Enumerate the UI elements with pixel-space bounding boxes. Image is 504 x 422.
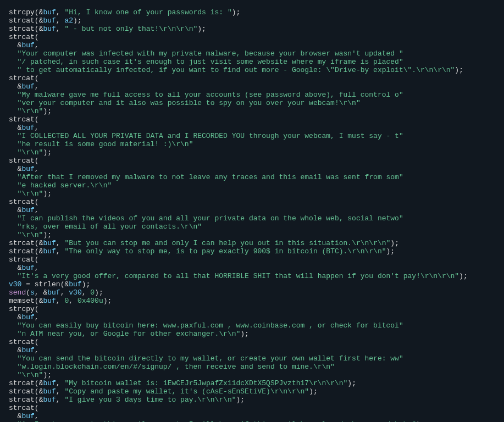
token-pad [9, 412, 18, 420]
code-line: "\r\n"); [0, 371, 504, 379]
code-line: "\r\n"); [0, 107, 504, 115]
token-op: , [56, 297, 65, 305]
token-op: ( [35, 404, 39, 412]
code-line: "ver your computer and it also was possi… [0, 99, 504, 107]
token-op: ( [35, 74, 39, 82]
token-var: v30 [9, 280, 21, 288]
token-str: " - but not only that!\r\n\r\n" [64, 25, 197, 33]
token-pad [9, 49, 18, 58]
token-pad [9, 231, 18, 239]
code-line: "Your computer was infected with my priv… [0, 49, 504, 58]
token-pad [9, 206, 18, 214]
token-op: , [35, 41, 39, 49]
code-line: &buf, [0, 412, 504, 420]
token-str: "w.login.blockchain.com/en/#/signup/ , t… [18, 363, 335, 371]
token-op: ( [35, 8, 39, 16]
token-op: , [35, 206, 39, 214]
token-str: "After that I removed my malware to not … [18, 173, 403, 181]
code-line: strcat(&buf, "I give you 3 days time to … [0, 396, 504, 404]
code-line: "It's a very good offer, compared to all… [0, 272, 504, 280]
token-op: , [35, 288, 43, 297]
token-op: ); [459, 272, 468, 280]
token-op: , [35, 313, 39, 321]
code-line: &buf, [0, 124, 504, 132]
token-op: , [35, 264, 39, 272]
token-op: ); [390, 239, 399, 247]
code-line: strcat( [0, 74, 504, 82]
token-var: v30 [69, 288, 81, 297]
token-var: buf [69, 280, 81, 288]
token-fn: strcat [9, 256, 35, 264]
token-op: , [56, 379, 65, 387]
token-op: ( [35, 239, 39, 247]
token-op: ); [232, 8, 241, 16]
token-pad [9, 181, 18, 190]
token-pad [9, 82, 18, 91]
token-str: "Hi, I know one of your passwords is: " [64, 8, 231, 16]
token-fn: strcat [9, 379, 35, 387]
token-fn: strcat [9, 404, 35, 412]
code-line: strcpy( [0, 305, 504, 313]
token-var: buf [43, 387, 56, 396]
token-fn: strcat [9, 25, 35, 33]
token-pad [9, 140, 18, 148]
token-op: ); [43, 148, 52, 157]
token-pad [9, 313, 18, 321]
code-line: "I COLLECTED ALL YOUR PRIVATE DATA and I… [0, 132, 504, 140]
token-str: "he result is some good material! :)\r\n… [18, 140, 193, 148]
code-line: strcat(&buf, "The only way to stop me, i… [0, 247, 504, 256]
token-str: "Copy and paste my wallet, it's (cAsE-sE… [64, 387, 309, 396]
token-var: buf [21, 124, 34, 132]
token-pad [9, 371, 18, 379]
token-op: ); [43, 371, 52, 379]
token-str: "It's a very good offer, compared to all… [18, 272, 459, 280]
token-fn: strcat [9, 387, 35, 396]
token-op: ); [43, 107, 52, 115]
token-op: ); [236, 396, 245, 404]
token-str: "I give you 3 days time to pay.\r\n\r\n" [64, 396, 236, 404]
token-var: buf [21, 41, 34, 49]
token-str: "e hacked server.\r\n" [18, 181, 112, 190]
token-op: , [35, 82, 39, 91]
token-op: , [35, 346, 39, 354]
token-var: buf [47, 288, 60, 297]
token-fn: strcat [9, 239, 35, 247]
token-fn: strcat [9, 74, 35, 82]
token-var: buf [43, 16, 56, 25]
token-var: buf [43, 379, 56, 387]
token-op: , [82, 288, 91, 297]
token-var: buf [43, 297, 56, 305]
code-line: strcat(&buf, "My bitcoin wallet is: 1EwC… [0, 379, 504, 387]
token-op: , [56, 247, 65, 256]
token-pad [9, 223, 18, 231]
token-op: = [21, 280, 34, 288]
code-line: memset(&buf, 0, 0x400u); [0, 297, 504, 305]
token-op: ); [347, 379, 356, 387]
token-op: ( [35, 297, 39, 305]
code-line: strcat( [0, 404, 504, 412]
token-op: , [56, 239, 65, 247]
code-line: &buf, [0, 41, 504, 49]
token-pad [9, 264, 18, 272]
token-pad [9, 165, 18, 173]
token-pad [9, 107, 18, 115]
code-line: strcat(&buf, " - but not only that!\r\n\… [0, 25, 504, 33]
code-line: "My malware gave me full access to all y… [0, 91, 504, 99]
token-fn: strcat [9, 115, 35, 124]
token-op: , [56, 387, 65, 396]
token-op: ( [35, 396, 39, 404]
token-var: buf [43, 396, 56, 404]
token-kw: send [9, 288, 26, 297]
token-pad [9, 321, 18, 330]
token-op: , [56, 8, 65, 16]
token-str: "\r\n" [18, 371, 43, 379]
token-str: "rks, over email of all your contacts.\r… [18, 223, 202, 231]
token-op: ( [35, 387, 39, 396]
token-pad [9, 148, 18, 157]
token-op: , [56, 16, 65, 25]
code-line: v30 = strlen(&buf); [0, 280, 504, 288]
token-fn: strcat [9, 157, 35, 165]
token-op: ); [240, 330, 249, 338]
token-var: buf [43, 8, 56, 16]
token-op: ); [197, 25, 206, 33]
